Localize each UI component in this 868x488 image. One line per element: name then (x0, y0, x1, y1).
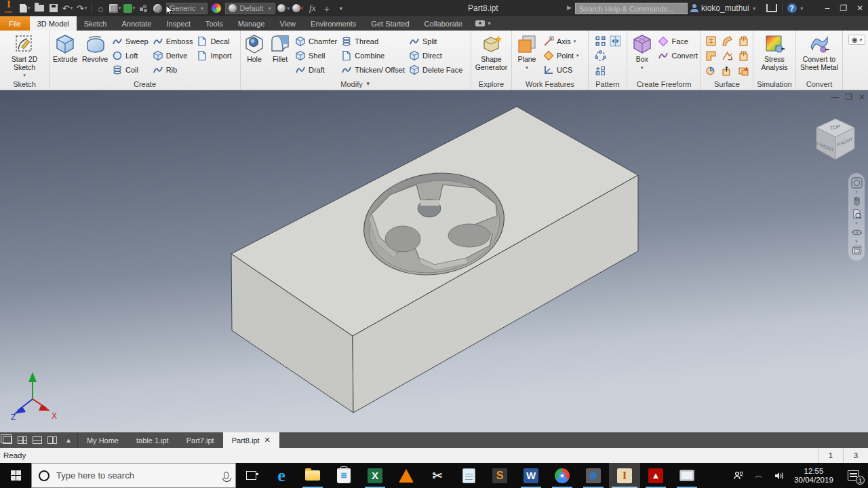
home-view-button[interactable]: ⌂ (94, 1, 108, 15)
taskbar-file-explorer[interactable] (297, 463, 328, 488)
tab-view[interactable]: View (272, 16, 303, 31)
fillet-button[interactable]: Fillet (267, 33, 293, 64)
sweep-button[interactable]: Sweep (110, 34, 151, 48)
return-button[interactable]: ▾ (122, 1, 136, 15)
tab-inspect[interactable]: Inspect (159, 16, 198, 31)
shape-generator-button[interactable]: Shape Generator (472, 33, 511, 71)
freeform-convert-button[interactable]: Convert (656, 48, 700, 62)
panel-label-modify[interactable]: Modify▼ (241, 78, 471, 90)
taskbar-snipping-tool[interactable]: ✂ (422, 463, 453, 488)
revolve-button[interactable]: Revolve (80, 33, 110, 64)
freeform-face-button[interactable]: Face (656, 34, 700, 48)
surface-tool-5-button[interactable] (719, 49, 735, 63)
chamfer-button[interactable]: Chamfer (293, 34, 339, 48)
shell-button[interactable]: Shell (293, 48, 339, 62)
doc-minimize-button[interactable]: — (831, 92, 839, 102)
coil-button[interactable]: Coil (110, 62, 151, 77)
freeform-box-button[interactable]: Box▾ (628, 33, 656, 71)
surface-tool-4-button[interactable] (703, 49, 719, 63)
model-viewport[interactable]: Z X — ❐ ✕ TOP FRONT RIGHT ▾ ▾ ▾ (0, 90, 868, 432)
taskbar-monitor-app[interactable] (671, 463, 703, 488)
mirror-button[interactable] (608, 34, 623, 48)
arrange-horizontal-icon[interactable] (33, 436, 42, 444)
hole-button[interactable]: Hole (241, 33, 267, 64)
taskbar-word[interactable]: W (515, 463, 547, 488)
island-left-bore[interactable] (385, 226, 420, 252)
sketch-driven-pattern-button[interactable] (593, 64, 608, 78)
action-center-button[interactable]: 1 (838, 463, 868, 488)
taskbar-vlc[interactable] (391, 463, 422, 488)
navigation-wheel-icon[interactable] (851, 177, 863, 189)
component-button[interactable] (136, 1, 151, 15)
parameters-button[interactable]: fx (305, 1, 319, 15)
clock[interactable]: 12:55 30/04/2019 (789, 467, 838, 485)
expand-panel-icon[interactable]: ▲ (65, 436, 72, 444)
chevron-down-icon[interactable]: ▾ (855, 240, 858, 244)
arrange-vertical-icon[interactable] (47, 436, 57, 444)
tab-file[interactable]: File (0, 16, 30, 31)
appearance-dropdown[interactable]: Default▼ (225, 3, 275, 14)
view-cube[interactable]: TOP FRONT RIGHT (811, 115, 860, 168)
color-wheel-icon[interactable] (212, 3, 221, 13)
rectangular-pattern-button[interactable] (593, 34, 608, 48)
render-button[interactable]: ▾ (108, 1, 122, 15)
taskbar-acrobat[interactable]: ▲ (640, 463, 671, 488)
help-icon[interactable]: ? (787, 3, 797, 13)
save-button[interactable] (46, 1, 60, 15)
restore-button[interactable]: ❐ (835, 0, 852, 16)
import-button[interactable]: Import (195, 48, 233, 62)
start-2d-sketch-button[interactable]: Start 2D Sketch▾ (3, 33, 45, 79)
tab-annotate[interactable]: Annotate (114, 16, 159, 31)
doc-tab-table1[interactable]: table 1.ipt (127, 432, 178, 448)
surface-tool-8-button[interactable] (719, 64, 735, 78)
split-button[interactable]: Split (407, 34, 465, 48)
surface-tool-3-button[interactable] (736, 34, 751, 48)
surface-tool-9-button[interactable] (736, 64, 751, 78)
island-right-bore[interactable] (448, 224, 490, 247)
thicken-offset-button[interactable]: Thicken/ Offset (339, 62, 407, 77)
3d-scene[interactable]: Z X (0, 90, 868, 432)
task-view-button[interactable] (236, 463, 266, 488)
orbit-icon[interactable] (851, 227, 863, 238)
customize-qat-button[interactable]: ▾ (334, 1, 348, 15)
username[interactable]: kioko_muthui (701, 3, 749, 13)
app-store-cart-icon[interactable] (766, 4, 777, 12)
chevron-down-icon[interactable]: ▼ (800, 6, 804, 11)
delete-face-button[interactable]: Delete Face (407, 62, 465, 77)
decal-button[interactable]: Decal (195, 34, 233, 48)
close-button[interactable]: ✕ (852, 0, 868, 16)
chevron-down-icon[interactable]: ▾ (855, 221, 858, 225)
people-button[interactable] (728, 463, 749, 488)
rib-button[interactable]: Rib (151, 62, 195, 77)
taskbar-excel[interactable]: X (359, 463, 391, 488)
taskbar-inventor[interactable]: I (609, 463, 640, 488)
add-command-button[interactable]: + (319, 1, 334, 15)
tab-3d-model[interactable]: 3D Model (30, 16, 77, 31)
doc-restore-button[interactable]: ❐ (845, 92, 852, 102)
volume-button[interactable] (769, 463, 789, 488)
taskbar-store[interactable]: ⊞ (328, 463, 359, 488)
inventor-logo[interactable]: IPRO (0, 0, 18, 16)
redo-button[interactable]: ↷▾ (75, 1, 89, 15)
surface-tool-7-button[interactable] (703, 64, 719, 78)
axis-button[interactable]: Axis▾ (541, 34, 581, 48)
convert-to-sheet-metal-button[interactable]: Convert to Sheet Metal (797, 33, 842, 71)
circular-pattern-button[interactable] (593, 49, 608, 63)
draft-button[interactable]: Draft (293, 62, 339, 77)
close-tab-icon[interactable]: ✕ (264, 436, 271, 445)
doc-tab-my-home[interactable]: My Home (78, 432, 127, 448)
surface-tool-1-button[interactable] (703, 34, 719, 48)
surface-tool-6-button[interactable] (736, 49, 751, 63)
chevron-down-icon[interactable]: ▼ (752, 6, 757, 11)
microphone-icon[interactable] (224, 472, 229, 479)
tab-collaborate[interactable]: Collaborate (417, 16, 470, 31)
open-button[interactable] (32, 1, 46, 15)
stress-analysis-button[interactable]: Stress Analysis (755, 33, 793, 71)
tab-tools[interactable]: Tools (198, 16, 231, 31)
look-at-icon[interactable] (851, 245, 863, 257)
extrude-button[interactable]: Extrude (50, 33, 80, 64)
chevron-down-icon[interactable]: ▾ (855, 190, 858, 194)
doc-close-button[interactable]: ✕ (859, 92, 865, 102)
minimize-button[interactable]: – (819, 0, 835, 16)
tab-get-started[interactable]: Get Started (363, 16, 416, 31)
